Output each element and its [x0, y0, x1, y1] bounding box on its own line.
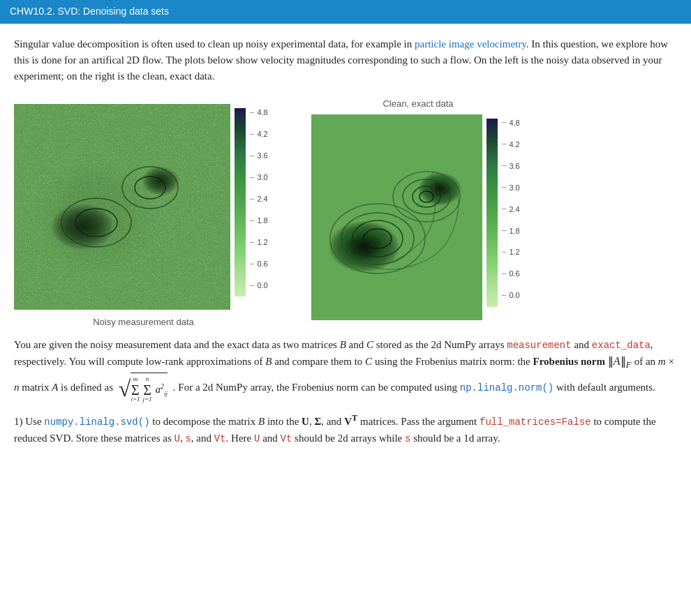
- clean-caption-top: Clean, exact data: [382, 97, 453, 111]
- tick-42: 4.2: [250, 128, 268, 140]
- noisy-plot-svg: [14, 104, 230, 310]
- right-colorbar-labels: 4.8 4.2 3.6 3.0 2.4 1.8 1.2 0.6 0.0: [502, 114, 520, 320]
- header-title-text: CHW10.2. SVD: Denoising data sets: [10, 6, 169, 17]
- Vt-code2: Vt: [281, 433, 292, 444]
- full-matrices-code: full_matrices=False: [480, 416, 591, 428]
- plots-section: 4.8 4.2 3.6 3.0 2.4 1.8 1.2 0.6 0.0: [14, 104, 677, 329]
- noisy-plot-group: 4.8 4.2 3.6 3.0 2.4 1.8 1.2 0.6 0.0: [14, 104, 273, 329]
- body-paragraph-1: You are given the noisy measurement data…: [14, 337, 677, 405]
- U-bold: U: [302, 416, 309, 427]
- section-1-paragraph: 1) Use numpy.linalg.svd() to decompose t…: [14, 412, 677, 446]
- piv-link-text: particle image velocimetry: [415, 38, 526, 50]
- colorbar-labels: 4.8 4.2 3.6 3.0 2.4 1.8 1.2 0.6 0.0: [250, 104, 268, 310]
- tick-24: 2.4: [250, 193, 268, 205]
- r-tick-42: 4.2: [502, 139, 520, 151]
- U-code: U: [174, 433, 180, 444]
- s-code: s: [185, 433, 191, 444]
- norm-notation: ‖A‖F: [608, 355, 634, 367]
- tick-36: 3.6: [250, 150, 268, 162]
- r-tick-12: 1.2: [502, 246, 520, 258]
- Sigma-bold: Σ: [314, 416, 321, 427]
- exact-data-code: exact_data: [592, 340, 651, 351]
- tick-48: 4.8: [250, 107, 268, 119]
- VT-bold: VT: [344, 416, 357, 427]
- r-tick-00: 0.0: [502, 290, 520, 301]
- svg-rect-8: [14, 104, 230, 310]
- r-tick-48: 4.8: [502, 117, 520, 129]
- clean-plot-with-colorbar: 4.8 4.2 3.6 3.0 2.4 1.8 1.2 0.6 0.0: [311, 114, 525, 320]
- frobenius-bold: Frobenius norm: [533, 356, 605, 367]
- r-tick-18: 1.8: [502, 225, 520, 237]
- tick-06: 0.6: [250, 258, 268, 270]
- noisy-caption: Noisy measurement data: [93, 315, 194, 329]
- Vt-code: Vt: [214, 433, 226, 444]
- intro-paragraph: Singular value decomposition is often us…: [14, 36, 677, 85]
- main-content: Singular value decomposition is often us…: [0, 24, 691, 468]
- B-matrix-symbol: B: [340, 339, 346, 350]
- clean-plot-svg: [311, 114, 482, 320]
- r-tick-36: 3.6: [502, 160, 520, 172]
- and-text: , and: [321, 416, 344, 427]
- left-colorbar: 4.8 4.2 3.6 3.0 2.4 1.8 1.2 0.6 0.0: [235, 104, 273, 310]
- frobenius-formula: √ m Σ i=1 n Σ j=1: [119, 373, 168, 405]
- body-section: You are given the noisy measurement data…: [14, 337, 677, 447]
- r-tick-06: 0.6: [502, 268, 520, 280]
- clean-plot-group: Clean, exact data: [311, 104, 525, 320]
- section1-text: 1) Use: [14, 416, 44, 427]
- tick-18: 1.8: [250, 215, 268, 227]
- svg-point-11: [385, 165, 468, 229]
- r-tick-24: 2.4: [502, 204, 520, 216]
- piv-link[interactable]: particle image velocimetry: [415, 38, 526, 50]
- tick-12: 1.2: [250, 236, 268, 248]
- measurement-code: measurement: [507, 340, 571, 351]
- intro-text-before-link: Singular value decomposition is often us…: [14, 38, 415, 50]
- r-tick-30: 3.0: [502, 182, 520, 194]
- right-colorbar: 4.8 4.2 3.6 3.0 2.4 1.8 1.2 0.6 0.0: [486, 114, 525, 320]
- C-matrix-symbol: C: [366, 339, 373, 350]
- svd-code: numpy.linalg.svd(): [44, 416, 149, 428]
- np-linalg-norm-code: np.linalg.norm(): [460, 382, 553, 393]
- page-title: CHW10.2. SVD: Denoising data sets: [0, 0, 691, 24]
- noisy-plot-with-colorbar: 4.8 4.2 3.6 3.0 2.4 1.8 1.2 0.6 0.0: [14, 104, 273, 310]
- tick-30: 3.0: [250, 172, 268, 183]
- tick-00: 0.0: [250, 280, 268, 292]
